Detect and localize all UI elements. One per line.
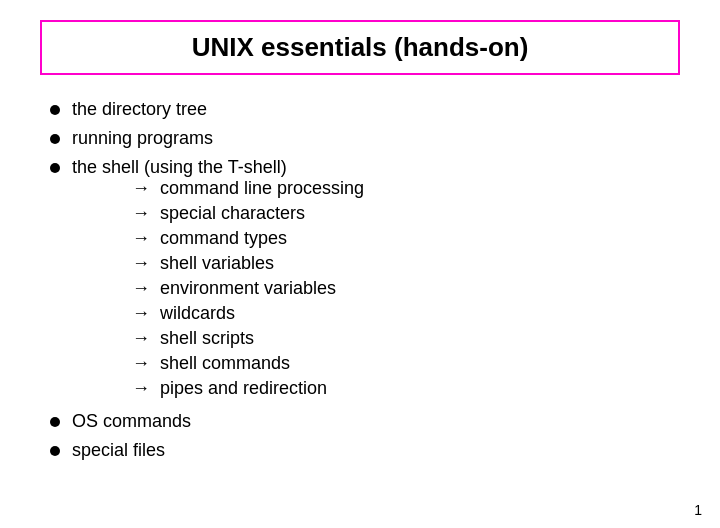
sub-item-label: wildcards bbox=[160, 303, 235, 324]
list-item: the shell (using the T-shell) → command … bbox=[50, 157, 680, 403]
title-box: UNIX essentials (hands-on) bbox=[40, 20, 680, 75]
list-item: the directory tree bbox=[50, 99, 680, 120]
arrow-icon: → bbox=[132, 303, 150, 324]
item-label: the directory tree bbox=[72, 99, 207, 120]
arrow-icon: → bbox=[132, 328, 150, 349]
sub-list-item: → shell variables bbox=[132, 253, 364, 274]
arrow-icon: → bbox=[132, 353, 150, 374]
sub-list-item: → shell scripts bbox=[132, 328, 364, 349]
bullet-icon bbox=[50, 446, 60, 456]
page-number: 1 bbox=[694, 502, 702, 518]
sub-list-item: → special characters bbox=[132, 203, 364, 224]
content-area: the directory tree running programs the … bbox=[40, 99, 680, 508]
sub-item-label: special characters bbox=[160, 203, 305, 224]
item-label: running programs bbox=[72, 128, 213, 149]
sub-list-item: → environment variables bbox=[132, 278, 364, 299]
arrow-icon: → bbox=[132, 203, 150, 224]
sub-item-label: shell commands bbox=[160, 353, 290, 374]
arrow-icon: → bbox=[132, 228, 150, 249]
sub-list-item: → wildcards bbox=[132, 303, 364, 324]
sub-list-item: → pipes and redirection bbox=[132, 378, 364, 399]
sub-list: → command line processing → special char… bbox=[132, 178, 364, 399]
bullet-icon bbox=[50, 417, 60, 427]
sub-item-label: command line processing bbox=[160, 178, 364, 199]
slide-container: UNIX essentials (hands-on) the directory… bbox=[0, 0, 720, 528]
arrow-icon: → bbox=[132, 378, 150, 399]
sub-list-item: → command line processing bbox=[132, 178, 364, 199]
list-item: running programs bbox=[50, 128, 680, 149]
sub-item-label: environment variables bbox=[160, 278, 336, 299]
item-label: special files bbox=[72, 440, 165, 461]
sub-item-label: command types bbox=[160, 228, 287, 249]
bullet-icon bbox=[50, 163, 60, 173]
sub-item-label: pipes and redirection bbox=[160, 378, 327, 399]
top-level-list: the directory tree running programs the … bbox=[50, 99, 680, 461]
sub-list-item: → shell commands bbox=[132, 353, 364, 374]
bullet-icon bbox=[50, 105, 60, 115]
arrow-icon: → bbox=[132, 253, 150, 274]
sub-item-label: shell variables bbox=[160, 253, 274, 274]
item-label: OS commands bbox=[72, 411, 191, 432]
list-item: special files bbox=[50, 440, 680, 461]
arrow-icon: → bbox=[132, 178, 150, 199]
slide-title: UNIX essentials (hands-on) bbox=[192, 32, 529, 62]
item-label: the shell (using the T-shell) bbox=[72, 157, 287, 177]
list-item: OS commands bbox=[50, 411, 680, 432]
bullet-icon bbox=[50, 134, 60, 144]
sub-list-item: → command types bbox=[132, 228, 364, 249]
sub-item-label: shell scripts bbox=[160, 328, 254, 349]
arrow-icon: → bbox=[132, 278, 150, 299]
